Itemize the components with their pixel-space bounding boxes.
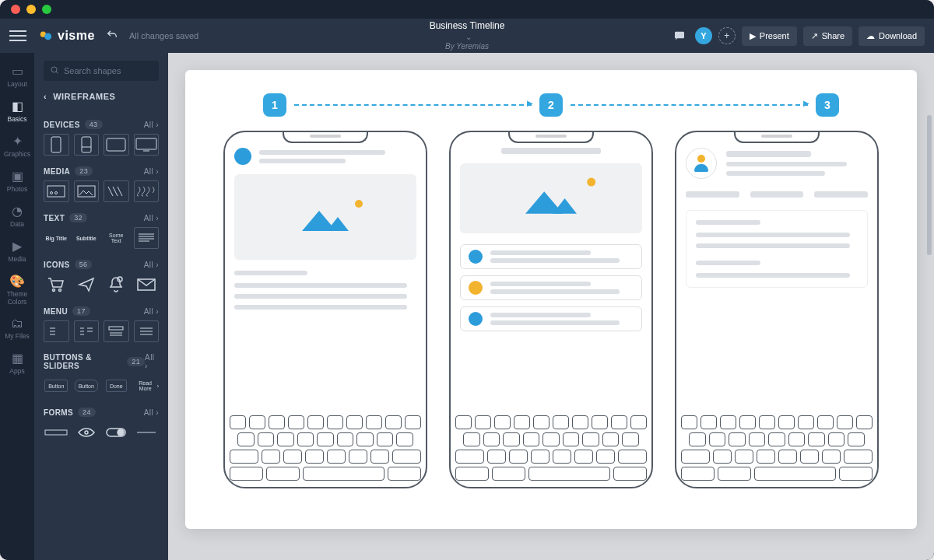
logo-mark-icon <box>39 29 53 43</box>
step-connector <box>571 104 808 106</box>
rail-basics[interactable]: ◧Basics <box>2 94 33 126</box>
menu-list-thumb[interactable] <box>44 320 69 342</box>
topbar: visme All changes saved Business Timelin… <box>0 19 934 53</box>
category-menu-header: MENU17 All › <box>44 306 159 316</box>
step-2-badge[interactable]: 2 <box>539 93 563 117</box>
rail-photos[interactable]: ▣Photos <box>2 164 33 196</box>
menu-button[interactable] <box>9 30 26 41</box>
present-button[interactable]: ▶ Present <box>742 26 797 46</box>
category-text-all[interactable]: All › <box>144 214 159 222</box>
form-eye-thumb[interactable] <box>74 422 100 443</box>
keyboard-placeholder <box>676 411 877 487</box>
form-line-thumb[interactable] <box>134 422 160 443</box>
icon-send-thumb[interactable] <box>74 274 100 296</box>
text-sometext-thumb[interactable]: Some Text <box>104 227 129 249</box>
category-buttons-all[interactable]: All › <box>145 353 159 370</box>
media-image-thumb[interactable] <box>74 180 100 202</box>
undo-button[interactable] <box>106 29 118 44</box>
share-label: Share <box>822 31 844 40</box>
list-card <box>460 244 642 269</box>
svg-point-11 <box>51 192 53 194</box>
text-subtitle-thumb[interactable]: Subtitle <box>74 227 100 249</box>
vertical-scrollbar[interactable] <box>927 115 932 255</box>
svg-point-37 <box>85 431 88 434</box>
avatar-placeholder <box>234 148 251 165</box>
category-forms-all[interactable]: All › <box>144 408 159 417</box>
search-icon <box>50 65 59 76</box>
graphics-icon: ✦ <box>2 134 33 149</box>
text-paragraph-thumb[interactable] <box>134 227 160 249</box>
menu-dropdown-thumb[interactable] <box>104 320 129 342</box>
panel-title: WIREFRAMES <box>53 92 115 101</box>
phone-frame-1[interactable] <box>223 131 427 488</box>
menu-grid-thumb[interactable] <box>74 320 100 342</box>
media-pattern2-thumb[interactable] <box>134 180 160 202</box>
icon-mail-thumb[interactable] <box>134 274 160 296</box>
category-icons-header: ICONS56 All › <box>44 260 159 269</box>
svg-rect-7 <box>107 138 125 151</box>
button-readmore-thumb[interactable]: Read More › <box>134 375 160 397</box>
svg-point-18 <box>53 289 55 292</box>
user-avatar[interactable]: Y <box>695 27 712 44</box>
media-frame-thumb[interactable] <box>44 180 69 202</box>
document-title: Business Timeline <box>430 21 505 31</box>
device-phone-thumb[interactable] <box>44 134 69 156</box>
phone-notch <box>508 131 594 143</box>
logo-text: visme <box>58 29 95 43</box>
step-3-badge[interactable]: 3 <box>816 93 839 117</box>
document-subtitle: By Yeremias <box>430 42 505 51</box>
category-media-header: MEDIA23 All › <box>44 166 159 176</box>
add-collaborator-button[interactable]: + <box>718 27 736 44</box>
document-title-dropdown[interactable]: Business Timeline⌄ By Yeremias <box>430 21 505 50</box>
search-input[interactable] <box>64 66 153 75</box>
close-window-dot[interactable] <box>11 5 20 14</box>
rail-layout[interactable]: ▭Layout <box>2 59 33 91</box>
category-devices-header: DEVICES43 All › <box>44 120 159 129</box>
palette-icon: 🎨 <box>2 274 33 289</box>
category-menu-all[interactable]: All › <box>144 307 159 316</box>
form-input-thumb[interactable] <box>44 422 69 443</box>
step-1-badge[interactable]: 1 <box>263 93 286 117</box>
layout-icon: ▭ <box>2 64 33 79</box>
dot-icon <box>469 281 483 295</box>
share-button[interactable]: ↗ Share <box>803 26 852 46</box>
svg-rect-8 <box>136 138 156 149</box>
device-tablet-thumb[interactable] <box>104 134 129 156</box>
app-window: visme All changes saved Business Timelin… <box>0 0 934 560</box>
rail-graphics[interactable]: ✦Graphics <box>2 129 33 161</box>
page[interactable]: 1 2 3 <box>185 70 917 529</box>
media-pattern1-thumb[interactable] <box>104 180 129 202</box>
maximize-window-dot[interactable] <box>42 5 51 14</box>
rail-my-files[interactable]: 🗂My Files <box>2 312 33 343</box>
left-rail: ▭Layout ◧Basics ✦Graphics ▣Photos ◔Data … <box>0 53 34 560</box>
rail-media[interactable]: ▶Media <box>2 234 33 266</box>
phone-frame-3[interactable] <box>675 131 879 488</box>
button-done-thumb[interactable]: Done <box>104 375 129 397</box>
rail-apps[interactable]: ▦Apps <box>2 346 33 378</box>
device-phone-keypad-thumb[interactable] <box>74 134 100 156</box>
phone-frame-2[interactable] <box>449 131 653 488</box>
category-media-all[interactable]: All › <box>144 167 159 176</box>
download-button[interactable]: ☁ Download <box>859 26 925 46</box>
comments-button[interactable] <box>670 26 689 45</box>
icon-bell-thumb[interactable] <box>104 274 129 296</box>
panel-back-row[interactable]: ‹ WIREFRAMES <box>44 92 159 101</box>
menu-simple-thumb[interactable] <box>134 320 160 342</box>
app-logo[interactable]: visme <box>39 29 95 43</box>
list-card <box>460 306 642 331</box>
rail-data[interactable]: ◔Data <box>2 199 33 231</box>
minimize-window-dot[interactable] <box>26 5 36 14</box>
button-rect-thumb[interactable]: Button <box>44 375 69 397</box>
text-bigtitle-thumb[interactable]: Big Title <box>44 227 69 249</box>
device-desktop-thumb[interactable] <box>134 134 160 156</box>
search-input-wrap[interactable] <box>44 61 159 81</box>
share-icon: ↗ <box>811 31 818 41</box>
category-devices-all[interactable]: All › <box>144 121 159 129</box>
icon-cart-thumb[interactable] <box>44 274 69 296</box>
image-placeholder <box>460 163 642 233</box>
category-icons-all[interactable]: All › <box>144 261 159 269</box>
form-toggle-thumb[interactable] <box>104 422 129 443</box>
button-round-thumb[interactable]: Button <box>74 375 100 397</box>
rail-theme-colors[interactable]: 🎨Theme Colors <box>2 269 33 309</box>
canvas[interactable]: 1 2 3 <box>168 53 934 560</box>
